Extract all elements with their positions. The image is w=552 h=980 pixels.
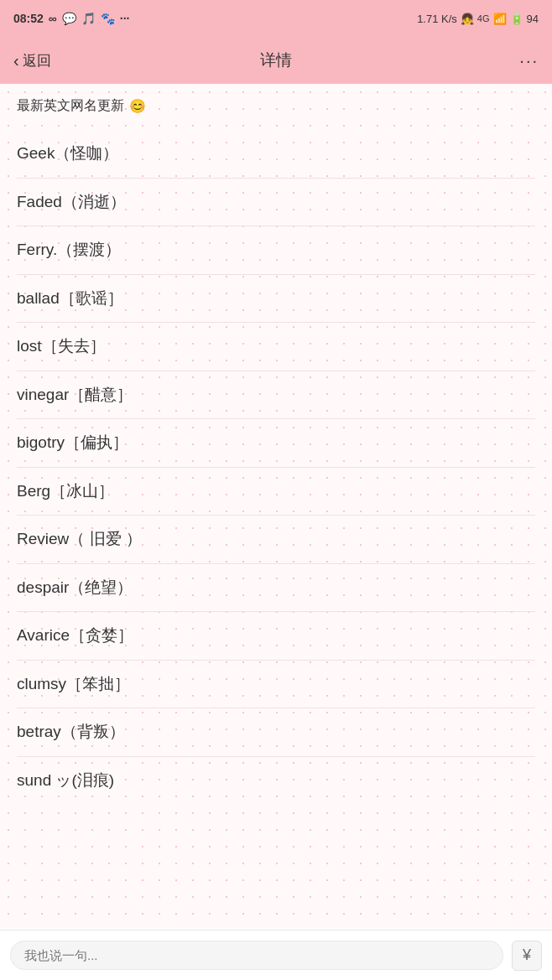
back-arrow-icon: ‹ [13,51,19,70]
back-button[interactable]: ‹ 返回 [13,51,51,70]
list-item: ballad［歌谣］ [17,275,535,324]
more-button[interactable]: ··· [519,51,539,70]
header-text: 最新英文网名更新 [17,97,124,115]
send-icon[interactable]: ¥ [512,941,542,971]
message-icon: 💬 [62,12,76,25]
wifi-icon: 📶 [493,13,507,25]
header-line: 最新英文网名更新 😊 [17,97,535,115]
status-right: 1.71 K/s 👧 4G 📶 🔋 94 [417,13,539,25]
emoji-icon: 😊 [129,98,146,114]
status-left: 08:52 ∞ 💬 🎵 🐾 ··· [13,12,129,25]
battery-icon: 🔋 [510,13,523,25]
music-icon: 🎵 [81,12,96,25]
status-bar: 08:52 ∞ 💬 🎵 🐾 ··· 1.71 K/s 👧 4G 📶 🔋 94 [0,0,552,37]
back-label: 返回 [23,51,51,70]
paw-icon: 🐾 [101,12,115,25]
page-title: 详情 [260,49,292,71]
list-item: vinegar［醋意］ [17,371,535,420]
ellipsis-icon: ··· [120,12,130,25]
content-area: 最新英文网名更新 😊 Geek（怪咖）Faded（消逝）Ferry.（摆渡）ba… [0,84,552,930]
signal-icon: 4G [477,13,490,23]
list-item: Review（ 旧爱 ） [17,516,535,564]
time-display: 08:52 [13,12,44,25]
list-item: Berg［冰山］ [17,468,535,516]
list-item: despair（绝望） [17,564,535,613]
battery-level: 94 [527,13,539,25]
list-item: bigotry［偏执］ [17,419,535,468]
input-bar: ¥ [0,930,552,980]
list-item: betray（背叛） [17,708,535,757]
list-item: clumsy［笨拙］ [17,661,535,709]
nav-bar: ‹ 返回 详情 ··· [0,37,552,84]
comment-input[interactable] [10,941,503,970]
list-item: Ferry.（摆渡） [17,226,535,275]
list-item: sund ッ(泪痕) [17,757,535,805]
avatar-icon: 👧 [461,13,474,25]
infinity-icon: ∞ [49,12,57,25]
icon-label: ¥ [523,946,531,964]
list-item: Avarice［贪婪］ [17,612,535,661]
list-item: lost［失去］ [17,323,535,371]
speed-display: 1.71 K/s [417,13,457,25]
list-item: Faded（消逝） [17,179,535,227]
list-item: Geek（怪咖） [17,130,535,179]
word-list: Geek（怪咖）Faded（消逝）Ferry.（摆渡）ballad［歌谣］los… [17,130,535,804]
